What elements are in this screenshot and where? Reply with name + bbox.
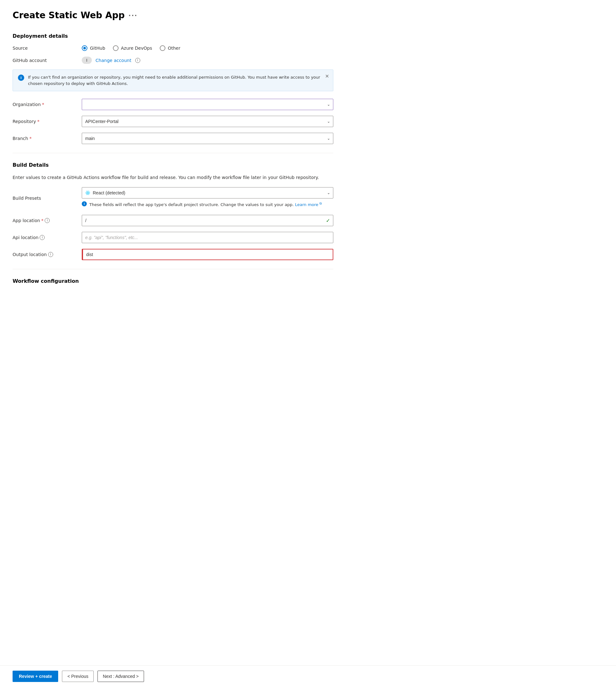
source-github-label: GitHub [90, 46, 105, 51]
app-location-input-wrapper: ✓ [82, 215, 333, 226]
build-section-title: Build Details [13, 162, 333, 168]
build-hint-info-icon: i [82, 201, 87, 206]
change-account-link[interactable]: Change account [95, 58, 131, 63]
change-account-info-icon[interactable]: i [135, 58, 140, 63]
app-location-control: ✓ [82, 215, 333, 226]
organization-control: ⌄ [82, 99, 333, 110]
page-title: Create Static Web App [13, 10, 125, 20]
api-location-row: Api location i [13, 232, 333, 243]
source-azure-devops-option[interactable]: Azure DevOps [113, 45, 152, 51]
organization-label: Organization * [13, 102, 82, 107]
build-description: Enter values to create a GitHub Actions … [13, 174, 333, 181]
branch-required: * [29, 136, 31, 141]
app-location-info-icon[interactable]: i [45, 218, 50, 223]
app-location-label: App location * i [13, 218, 82, 223]
page-title-area: Create Static Web App ··· [13, 10, 333, 20]
branch-select-wrapper: main ⌄ [82, 133, 333, 144]
deployment-details-section: Deployment details Source GitHub Azure D… [13, 33, 333, 144]
build-hint-text: These fields will reflect the app type's… [89, 201, 322, 208]
info-banner-text: If you can't find an organization or rep… [28, 74, 328, 86]
repository-select-wrapper: APICenter-Portal ⌄ [82, 116, 333, 127]
organization-required: * [42, 102, 44, 107]
svg-point-0 [87, 192, 88, 193]
source-other-option[interactable]: Other [160, 45, 180, 51]
app-location-row: App location * i ✓ [13, 215, 333, 226]
page-title-dots: ··· [129, 12, 138, 19]
learn-more-external-icon: ⧉ [320, 202, 322, 205]
organization-select-wrapper: ⌄ [82, 99, 333, 110]
output-location-control [82, 249, 333, 260]
build-details-section: Build Details Enter values to create a G… [13, 162, 333, 260]
build-presets-row: Build Presets React (detected) ⌄ i These… [13, 187, 333, 209]
repository-required: * [37, 119, 39, 124]
organization-select[interactable] [82, 99, 333, 110]
github-account-row: GitHub account I Change account i [13, 57, 333, 64]
learn-more-link[interactable]: Learn more ⧉ [295, 202, 322, 207]
app-location-checkmark-icon: ✓ [326, 217, 330, 223]
app-location-input[interactable] [82, 215, 333, 226]
github-account-area: I Change account i [82, 57, 333, 64]
source-row: Source GitHub Azure DevOps Other [13, 45, 333, 51]
build-presets-select-wrapper: React (detected) ⌄ [82, 187, 333, 198]
output-location-label: Output location i [13, 252, 82, 257]
branch-control: main ⌄ [82, 133, 333, 144]
build-presets-select[interactable]: React (detected) [82, 187, 333, 198]
organization-row: Organization * ⌄ [13, 99, 333, 110]
workflow-section: Workflow configuration [13, 278, 333, 284]
repository-label: Repository * [13, 119, 82, 124]
github-account-label: GitHub account [13, 58, 82, 63]
banner-close-button[interactable]: × [325, 73, 329, 79]
account-pill: I [82, 57, 92, 64]
react-icon [85, 190, 91, 196]
source-other-radio[interactable] [160, 45, 166, 51]
output-location-info-icon[interactable]: i [48, 252, 53, 257]
output-location-row: Output location i [13, 249, 333, 260]
source-azure-devops-radio[interactable] [113, 45, 118, 51]
source-github-option[interactable]: GitHub [82, 45, 105, 51]
branch-row: Branch * main ⌄ [13, 133, 333, 144]
info-banner: i If you can't find an organization or r… [13, 69, 333, 91]
repository-row: Repository * APICenter-Portal ⌄ [13, 116, 333, 127]
source-label: Source [13, 46, 82, 51]
github-account-info: I Change account i [82, 57, 333, 64]
app-location-required: * [41, 218, 43, 223]
branch-select[interactable]: main [82, 133, 333, 144]
source-azure-devops-label: Azure DevOps [121, 46, 152, 51]
source-radio-group: GitHub Azure DevOps Other [82, 45, 333, 51]
workflow-section-title: Workflow configuration [13, 278, 333, 284]
source-options: GitHub Azure DevOps Other [82, 45, 333, 51]
build-workflow-divider [13, 269, 333, 269]
build-presets-label: Build Presets [13, 196, 82, 201]
info-banner-icon: i [18, 74, 24, 81]
api-location-control [82, 232, 333, 243]
deployment-section-title: Deployment details [13, 33, 333, 39]
repository-select[interactable]: APICenter-Portal [82, 116, 333, 127]
build-presets-hint: i These fields will reflect the app type… [82, 201, 333, 208]
api-location-input[interactable] [82, 232, 333, 243]
repository-control: APICenter-Portal ⌄ [82, 116, 333, 127]
build-presets-control: React (detected) ⌄ i These fields will r… [82, 187, 333, 209]
api-location-label: Api location i [13, 235, 82, 240]
footer-spacer [13, 293, 333, 318]
source-github-radio[interactable] [82, 45, 87, 51]
source-other-label: Other [168, 46, 180, 51]
branch-label: Branch * [13, 136, 82, 141]
output-location-input[interactable] [82, 249, 333, 260]
api-location-info-icon[interactable]: i [40, 235, 45, 240]
